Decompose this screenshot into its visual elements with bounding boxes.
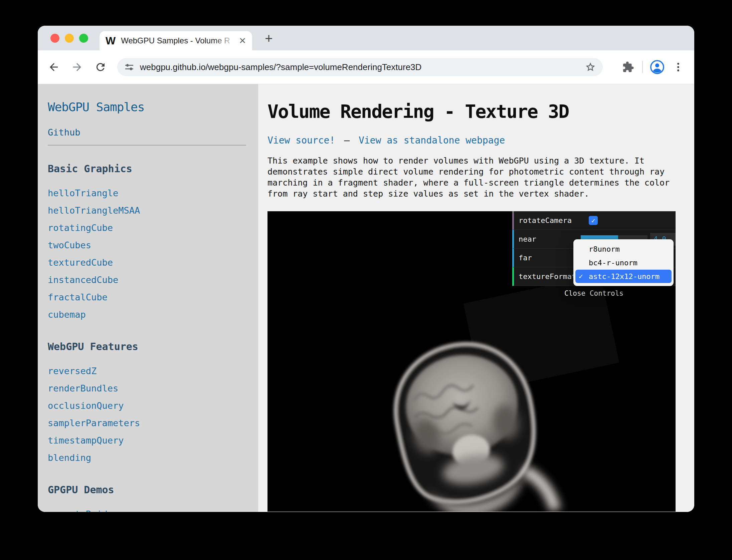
tab-close-icon[interactable]: ✕ — [239, 36, 246, 46]
close-controls-button[interactable]: Close Controls — [512, 289, 676, 297]
tab-title-fade — [213, 35, 237, 46]
webgpu-features-list: reversedZ renderBundles occlusionQuery s… — [48, 362, 251, 467]
sidebar-item-reversedz[interactable]: reversedZ — [48, 362, 251, 380]
kebab-menu-icon — [673, 61, 684, 73]
back-button[interactable] — [46, 60, 61, 74]
sidebar-item-cubemap[interactable]: cubemap — [48, 306, 251, 323]
bookmark-star-icon[interactable] — [585, 61, 596, 73]
zoom-window-button[interactable] — [79, 34, 88, 43]
extensions-button[interactable] — [621, 60, 635, 74]
sidebar-item-blending[interactable]: blending — [48, 449, 251, 467]
samples-sidebar: WebGPU Samples Github Basic Graphics hel… — [38, 84, 258, 512]
webgpu-canvas[interactable]: rotateCamera ✓ near 4.0 far textureForma… — [267, 211, 676, 512]
option-checkmark-icon: ✓ — [579, 272, 589, 280]
forward-button[interactable] — [70, 60, 84, 74]
sidebar-item-hellotriangle[interactable]: helloTriangle — [48, 185, 251, 202]
near-label: near — [514, 235, 581, 243]
far-label: far — [514, 254, 581, 262]
sidebar-item-twocubes[interactable]: twoCubes — [48, 237, 251, 254]
toolbar-divider — [642, 61, 643, 73]
option-label: astc-12x12-unorm — [589, 272, 660, 281]
github-link[interactable]: Github — [48, 127, 80, 137]
reload-button[interactable] — [93, 60, 108, 74]
new-tab-button[interactable]: + — [261, 30, 277, 46]
page-title: Volume Rendering - Texture 3D — [267, 101, 694, 122]
browser-tab[interactable]: W WebGPU Samples - Volume R ✕ — [100, 31, 252, 50]
section-heading-gpgpu-demos: GPGPU Demos — [48, 484, 251, 496]
reload-icon — [95, 61, 107, 73]
browser-menu-button[interactable] — [671, 60, 686, 74]
gui-row-rotate-camera: rotateCamera ✓ — [512, 211, 676, 230]
dropdown-option-astc-12x12-unorm[interactable]: ✓ astc-12x12-unorm — [575, 270, 672, 283]
sidebar-item-fractalcube[interactable]: fractalCube — [48, 289, 251, 306]
dropdown-option-bc4-r-unorm[interactable]: bc4-r-unorm — [575, 256, 672, 269]
dropdown-option-r8unorm[interactable]: r8unorm — [575, 242, 672, 256]
browser-toolbar: webgpu.github.io/webgpu-samples/?sample=… — [38, 50, 694, 84]
forward-arrow-icon — [71, 61, 83, 73]
sidebar-item-instancedcube[interactable]: instancedCube — [48, 271, 251, 289]
page-content: WebGPU Samples Github Basic Graphics hel… — [38, 84, 694, 512]
checkbox-check-icon: ✓ — [591, 217, 595, 225]
rotate-camera-label: rotateCamera — [514, 216, 581, 225]
traffic-lights — [50, 34, 88, 43]
sidebar-item-timestampquery[interactable]: timestampQuery — [48, 432, 251, 449]
back-arrow-icon — [48, 61, 60, 73]
address-bar[interactable]: webgpu.github.io/webgpu-samples/?sample=… — [117, 58, 603, 76]
minimize-window-button[interactable] — [65, 34, 74, 43]
view-source-link[interactable]: View source! — [267, 135, 335, 146]
sidebar-item-samplerparameters[interactable]: samplerParameters — [48, 414, 251, 432]
close-window-button[interactable] — [50, 34, 59, 43]
tab-bar: W WebGPU Samples - Volume R ✕ + — [38, 26, 694, 50]
sidebar-item-hellotrianglemsaa[interactable]: helloTriangleMSAA — [48, 202, 251, 219]
link-separator: — — [344, 135, 350, 146]
standalone-webpage-link[interactable]: View as standalone webpage — [359, 135, 505, 146]
site-info-icon[interactable] — [124, 62, 135, 72]
texture-format-label: textureFormat — [514, 272, 581, 281]
sidebar-item-occlusionquery[interactable]: occlusionQuery — [48, 397, 251, 414]
tab-title: WebGPU Samples - Volume R — [121, 35, 237, 46]
section-heading-webgpu-features: WebGPU Features — [48, 341, 251, 352]
option-label: r8unorm — [589, 245, 620, 253]
sidebar-title: WebGPU Samples — [48, 100, 251, 114]
webgpu-favicon-icon: W — [106, 35, 116, 46]
sidebar-item-texturedcube[interactable]: texturedCube — [48, 254, 251, 271]
url-text[interactable]: webgpu.github.io/webgpu-samples/?sample=… — [140, 62, 585, 72]
sample-description: This example shows how to render volumes… — [267, 155, 685, 199]
sidebar-item-computeboids[interactable]: computeBoids — [48, 506, 251, 512]
sample-links: View source! — View as standalone webpag… — [267, 135, 694, 146]
sample-main-content: Volume Rendering - Texture 3D View sourc… — [258, 84, 694, 512]
gpgpu-demos-list: computeBoids — [48, 506, 251, 512]
puzzle-icon — [622, 61, 634, 73]
sidebar-item-renderbundles[interactable]: renderBundles — [48, 380, 251, 397]
sidebar-item-rotatingcube[interactable]: rotatingCube — [48, 219, 251, 237]
profile-avatar[interactable] — [650, 59, 665, 75]
profile-person-icon — [650, 59, 665, 75]
rotate-camera-checkbox[interactable]: ✓ — [589, 216, 598, 225]
section-heading-basic-graphics: Basic Graphics — [48, 163, 251, 175]
sidebar-divider — [48, 145, 246, 146]
basic-graphics-list: helloTriangle helloTriangleMSAA rotating… — [48, 185, 251, 323]
option-label: bc4-r-unorm — [589, 259, 637, 267]
browser-window: W WebGPU Samples - Volume R ✕ + web — [38, 26, 694, 512]
texture-format-dropdown: r8unorm bc4-r-unorm ✓ astc-12x12-unorm — [573, 239, 674, 286]
